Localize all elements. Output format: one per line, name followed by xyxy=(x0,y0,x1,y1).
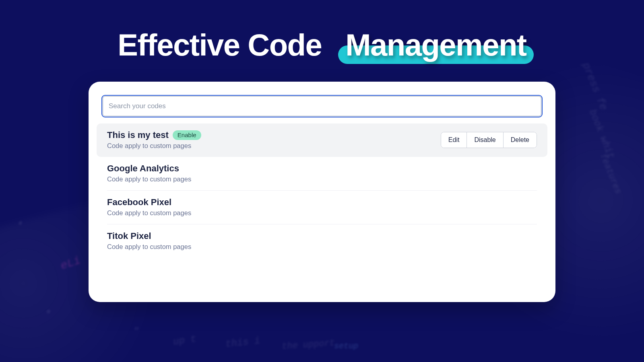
code-title: Google Analytics xyxy=(107,163,179,174)
code-subtitle: Code apply to custom pages xyxy=(107,142,201,150)
code-title: This is my test xyxy=(107,130,169,140)
codes-card: This is my test Enable Code apply to cus… xyxy=(89,82,555,302)
code-subtitle: Code apply to custom pages xyxy=(107,175,191,183)
row-actions: Edit Disable Delete xyxy=(441,132,537,148)
edit-button[interactable]: Edit xyxy=(441,132,467,148)
code-row[interactable]: This is my test Enable Code apply to cus… xyxy=(97,123,547,157)
headline-word2: Management xyxy=(345,28,526,62)
page-headline: Effective Code Management xyxy=(0,0,644,62)
code-title: Facebook Pixel xyxy=(107,197,171,208)
delete-button[interactable]: Delete xyxy=(503,132,537,148)
codes-list: This is my test Enable Code apply to cus… xyxy=(97,123,547,258)
disable-button[interactable]: Disable xyxy=(466,132,503,148)
code-row[interactable]: Google Analytics Code apply to custom pa… xyxy=(97,157,547,190)
headline-word1: Effective Code xyxy=(118,28,322,62)
code-subtitle: Code apply to custom pages xyxy=(107,243,191,251)
enable-badge: Enable xyxy=(173,130,201,140)
code-title: Titok Pixel xyxy=(107,231,151,241)
code-row[interactable]: Titok Pixel Code apply to custom pages xyxy=(97,224,547,258)
search-input[interactable] xyxy=(103,96,541,116)
code-subtitle: Code apply to custom pages xyxy=(107,209,191,217)
code-row[interactable]: Facebook Pixel Code apply to custom page… xyxy=(97,191,547,224)
